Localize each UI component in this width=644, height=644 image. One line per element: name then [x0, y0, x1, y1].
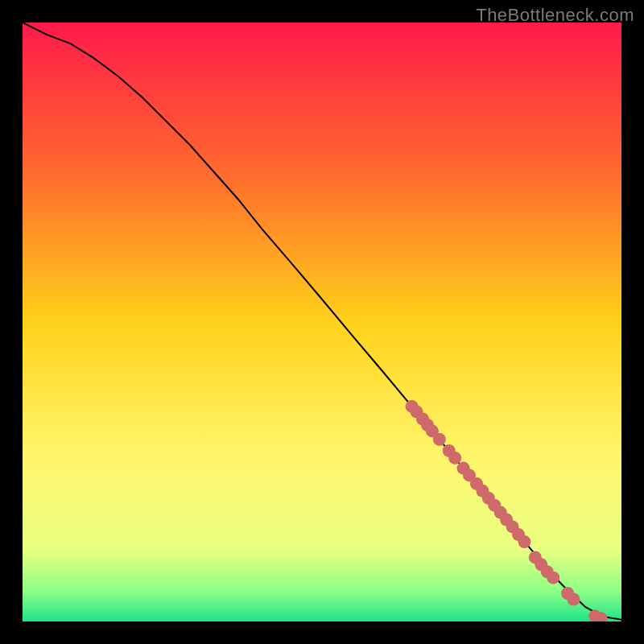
chart-svg — [23, 23, 621, 621]
data-point — [433, 433, 446, 446]
data-point — [448, 452, 461, 464]
gradient-background — [23, 23, 621, 621]
data-point — [567, 592, 580, 605]
chart-frame: TheBottleneck.com — [0, 0, 644, 644]
chart-plot-area — [23, 23, 621, 621]
data-point — [547, 572, 559, 584]
data-point — [518, 535, 530, 548]
